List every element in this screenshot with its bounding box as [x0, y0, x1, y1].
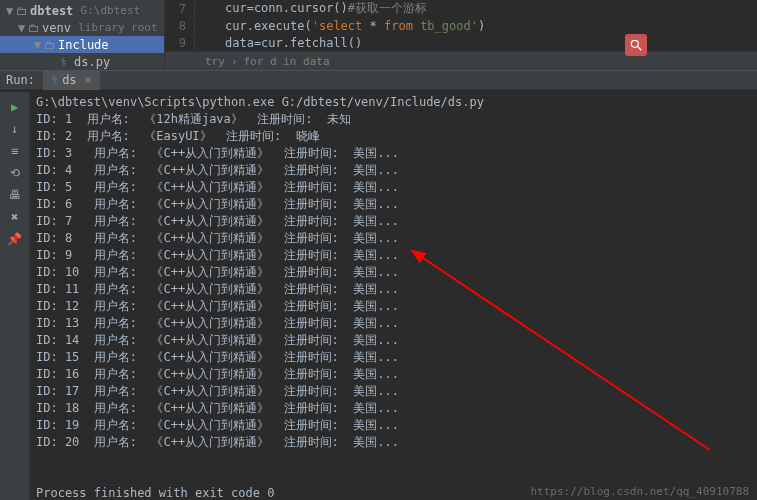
project-root-name: dbtest	[30, 4, 73, 18]
svg-line-1	[638, 47, 642, 51]
console-line: ID: 2 用户名: 《EasyUI》 注册时间: 晓峰	[36, 129, 320, 143]
project-root-path: G:\dbtest	[81, 4, 141, 17]
code-line[interactable]: 7cur=conn.cursor()#获取一个游标	[165, 0, 757, 17]
breadcrumb[interactable]: try › for d in data	[165, 51, 757, 71]
run-panel-header[interactable]: Run: ⚕ ds ×	[0, 70, 757, 90]
run-tab[interactable]: ⚕ ds ×	[43, 70, 100, 90]
close-icon[interactable]: ×	[85, 73, 92, 87]
rerun-icon[interactable]: ⟲	[0, 162, 29, 184]
soft-wrap-button[interactable]: ≡	[0, 140, 29, 162]
console-finished: Process finished with exit code 0	[36, 486, 274, 500]
scroll-down-button[interactable]: ↓	[0, 118, 29, 140]
run-tab-name: ds	[62, 73, 76, 87]
rerun-button[interactable]: ▶	[0, 96, 29, 118]
console-line: ID: 1 用户名: 《12h精通java》 注册时间: 未知	[36, 112, 351, 126]
watermark: https://blog.csdn.net/qq_40910788	[530, 485, 749, 498]
svg-point-0	[631, 40, 638, 47]
tree-item[interactable]: ▼🗀venv library root	[0, 19, 164, 36]
console-output[interactable]: G:\dbtest\venv\Scripts\python.exe G:/dbt…	[30, 92, 757, 500]
project-tree[interactable]: ▼🗀 dbtest G:\dbtest ▼🗀venv library root▼…	[0, 0, 165, 70]
tree-item[interactable]: ⚕ds.py	[0, 53, 164, 70]
editor[interactable]: 7cur=conn.cursor()#获取一个游标8cur.execute('s…	[165, 0, 757, 70]
crumb-1[interactable]: for d in data	[244, 55, 330, 68]
print-icon[interactable]: 🖶	[0, 184, 29, 206]
run-label: Run:	[6, 73, 35, 87]
code-line[interactable]: 9data=cur.fetchall()	[165, 34, 757, 51]
console-cmd: G:\dbtest\venv\Scripts\python.exe G:/dbt…	[36, 95, 484, 109]
python-icon: ⚕	[51, 73, 58, 87]
run-toolbar: ▶ ↓ ≡ ⟲ 🖶 ✖ 📌	[0, 92, 30, 500]
search-icon[interactable]	[625, 34, 647, 56]
project-root[interactable]: ▼🗀 dbtest G:\dbtest	[0, 2, 164, 19]
pin-icon[interactable]: 📌	[0, 228, 29, 250]
code-line[interactable]: 8cur.execute('select * from tb_good')	[165, 17, 757, 34]
stop-icon[interactable]: ✖	[0, 206, 29, 228]
tree-item[interactable]: ▼🗀Include	[0, 36, 164, 53]
crumb-0[interactable]: try	[205, 55, 225, 68]
